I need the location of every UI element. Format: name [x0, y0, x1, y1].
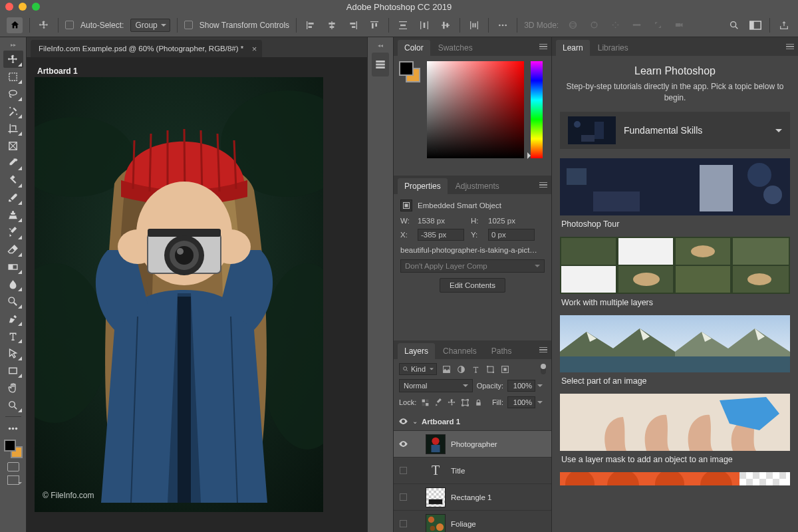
auto-select-dropdown[interactable]: Group: [130, 19, 170, 32]
move-tool[interactable]: [3, 51, 23, 68]
expand-dock-icon[interactable]: ◂◂: [378, 43, 383, 49]
adjustments-tab[interactable]: Adjustments: [449, 178, 506, 194]
x-value[interactable]: -385 px: [418, 229, 464, 241]
align-top-edges-icon[interactable]: [367, 18, 382, 33]
distribute-horizontal-icon[interactable]: [417, 18, 432, 33]
search-icon[interactable]: [727, 18, 741, 33]
eyedropper-tool[interactable]: [3, 154, 23, 172]
eraser-tool[interactable]: [3, 241, 23, 258]
clone-stamp-tool[interactable]: [3, 206, 23, 223]
color-panel-swatches[interactable]: [399, 61, 420, 82]
filter-adjustment-icon[interactable]: [456, 364, 466, 374]
lock-position-icon[interactable]: [447, 398, 456, 407]
paths-tab[interactable]: Paths: [485, 343, 519, 359]
close-window-icon[interactable]: [5, 3, 13, 11]
filter-smartobject-icon[interactable]: [499, 364, 510, 374]
quick-mask-toggle[interactable]: [7, 462, 19, 471]
learn-panel-menu-icon[interactable]: [786, 44, 794, 50]
lock-transparency-icon[interactable]: [420, 398, 430, 407]
history-panel-icon[interactable]: [372, 53, 389, 76]
filter-type-icon[interactable]: [470, 364, 481, 374]
layer-row[interactable]: Foliage: [394, 511, 551, 532]
foreground-color[interactable]: [4, 440, 16, 452]
lock-artboard-icon[interactable]: [460, 398, 469, 407]
crop-tool[interactable]: [3, 120, 23, 137]
tutorial-card[interactable]: Use a layer mask to add an object to an …: [560, 394, 790, 464]
color-tab[interactable]: Color: [398, 40, 430, 56]
visibility-toggle[interactable]: [394, 493, 412, 501]
document-tab[interactable]: FileInfo.com Example.psd @ 60% (Photogra…: [31, 40, 262, 57]
hand-tool[interactable]: [3, 379, 23, 396]
lasso-tool[interactable]: [3, 85, 23, 102]
layers-tab[interactable]: Layers: [398, 343, 435, 359]
channels-tab[interactable]: Channels: [436, 343, 483, 359]
path-selection-tool[interactable]: [3, 344, 23, 362]
layers-panel-menu-icon[interactable]: [539, 347, 547, 353]
zoom-window-icon[interactable]: [32, 3, 40, 11]
layer-row[interactable]: Photographer: [394, 431, 551, 458]
magic-wand-tool[interactable]: [3, 102, 23, 120]
blur-tool[interactable]: [3, 275, 23, 293]
share-icon[interactable]: [777, 18, 791, 33]
pen-tool[interactable]: [3, 310, 23, 327]
align-vertical-centers-icon[interactable]: [438, 18, 453, 33]
filter-shape-icon[interactable]: [485, 364, 495, 374]
canvas[interactable]: Artboard 1: [27, 57, 367, 532]
zoom-tool[interactable]: [3, 396, 23, 414]
distribute-vertical-icon[interactable]: [396, 18, 410, 33]
learn-tab[interactable]: Learn: [556, 40, 590, 56]
gradient-tool[interactable]: [3, 258, 23, 275]
visibility-toggle[interactable]: [394, 467, 412, 474]
properties-panel-menu-icon[interactable]: [539, 182, 547, 188]
lock-all-icon[interactable]: [473, 398, 483, 407]
swatches-tab[interactable]: Swatches: [432, 40, 479, 56]
move-tool-indicator-icon[interactable]: [37, 18, 51, 33]
filter-pixel-icon[interactable]: [441, 364, 452, 374]
fill-input[interactable]: 100%: [507, 396, 535, 408]
artboard[interactable]: © FileInfo.com: [35, 77, 323, 512]
tutorial-card[interactable]: Select part of an image: [560, 315, 790, 386]
align-right-edges-icon[interactable]: [346, 18, 360, 33]
tutorial-card[interactable]: [560, 472, 790, 485]
visibility-toggle[interactable]: [394, 520, 412, 527]
distribute-spacing-icon[interactable]: [467, 18, 481, 33]
properties-tab[interactable]: Properties: [398, 178, 448, 194]
dodge-tool[interactable]: [3, 293, 23, 310]
align-horizontal-centers-icon[interactable]: [325, 18, 339, 33]
y-value[interactable]: 0 px: [488, 229, 535, 241]
auto-select-checkbox[interactable]: [65, 21, 74, 29]
layer-row[interactable]: Rectangle 1: [394, 484, 551, 511]
close-tab-icon[interactable]: ×: [252, 44, 257, 54]
rectangle-tool[interactable]: [3, 362, 23, 379]
align-left-edges-icon[interactable]: [303, 18, 318, 33]
screen-layout-icon[interactable]: [748, 18, 763, 33]
color-field[interactable]: [427, 61, 524, 158]
visibility-toggle[interactable]: [394, 416, 412, 426]
home-button[interactable]: [7, 17, 23, 33]
history-brush-tool[interactable]: [3, 223, 23, 241]
layer-row-artboard[interactable]: ⌄ Artboard 1: [394, 412, 551, 431]
filter-kind-dropdown[interactable]: Kind: [399, 363, 437, 375]
fundamental-skills-accordion[interactable]: Fundamental Skills: [560, 112, 790, 149]
more-options-icon[interactable]: [495, 18, 510, 33]
tutorial-card[interactable]: Work with multiple layers: [560, 237, 790, 307]
hue-slider[interactable]: [531, 61, 543, 158]
color-swatches[interactable]: [4, 440, 23, 458]
visibility-toggle[interactable]: [394, 439, 412, 449]
layer-row[interactable]: T Title: [394, 458, 551, 484]
show-transform-checkbox[interactable]: [184, 21, 193, 29]
healing-brush-tool[interactable]: [3, 172, 23, 189]
collapse-toolbox-icon[interactable]: ▸▸: [3, 41, 23, 48]
edit-contents-button[interactable]: Edit Contents: [440, 278, 505, 293]
minimize-window-icon[interactable]: [19, 3, 27, 11]
collapse-icon[interactable]: ⌄: [412, 418, 422, 425]
filter-toggle[interactable]: [541, 364, 546, 374]
edit-toolbar-icon[interactable]: [3, 420, 23, 437]
layer-comp-dropdown[interactable]: Don't Apply Layer Comp: [400, 259, 545, 273]
color-panel-menu-icon[interactable]: [539, 44, 547, 50]
type-tool[interactable]: [3, 327, 23, 344]
screen-mode-toggle[interactable]: [7, 475, 19, 485]
blend-mode-dropdown[interactable]: Normal: [399, 379, 473, 392]
brush-tool[interactable]: [3, 189, 23, 206]
libraries-tab[interactable]: Libraries: [591, 40, 635, 56]
